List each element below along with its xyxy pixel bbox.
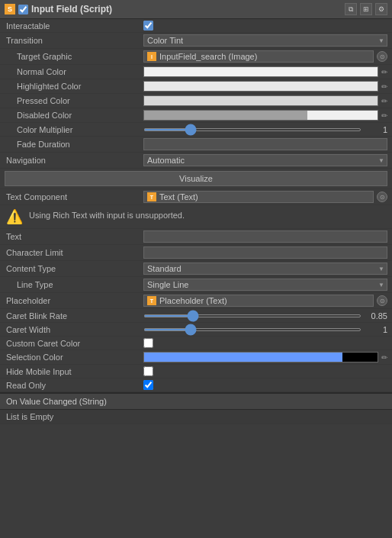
content-type-label: Content Type	[5, 264, 143, 273]
fade-duration-label: Fade Duration	[5, 140, 143, 149]
component-header: S Input Field (Script) ⧉ ⊞ ⚙	[0, 0, 392, 19]
warning-icon: ⚠️	[6, 210, 23, 224]
text-component-icon: T	[147, 192, 156, 201]
read-only-checkbox[interactable]	[143, 380, 153, 390]
transition-row: Transition Color Tint	[0, 33, 392, 49]
content-type-dropdown[interactable]: Standard	[143, 263, 387, 275]
pressed-color-value: ✏	[143, 95, 387, 106]
placeholder-icon: T	[147, 296, 156, 305]
caret-blink-rate-number: 0.85	[365, 311, 387, 321]
transition-value: Color Tint	[143, 34, 387, 47]
gear-icon-btn[interactable]: ⚙	[375, 3, 387, 15]
component-panel: S Input Field (Script) ⧉ ⊞ ⚙ Interactabl…	[0, 0, 392, 424]
placeholder-field[interactable]: T Placeholder (Text)	[143, 295, 374, 307]
navigation-dropdown[interactable]: Automatic	[143, 154, 387, 166]
script-icon: S	[5, 4, 15, 14]
target-graphic-icon: I	[147, 52, 156, 61]
custom-caret-color-checkbox[interactable]	[143, 338, 153, 348]
transition-dropdown-wrapper[interactable]: Color Tint	[143, 34, 387, 47]
caret-width-value: 1	[143, 325, 387, 334]
caret-blink-rate-slider-wrapper: 0.85	[143, 311, 387, 321]
hide-mobile-input-checkbox[interactable]	[143, 366, 153, 376]
character-limit-label: Character Limit	[5, 248, 143, 257]
transition-label: Transition	[5, 36, 143, 45]
normal-color-label: Normal Color	[5, 67, 143, 76]
normal-color-bar[interactable]	[143, 66, 378, 77]
character-limit-value: 0	[143, 246, 387, 259]
custom-caret-color-row: Custom Caret Color	[0, 337, 392, 350]
caret-width-row: Caret Width 1	[0, 323, 392, 337]
highlighted-color-value: ✏	[143, 81, 387, 92]
text-input[interactable]	[143, 230, 387, 243]
pressed-color-edit-icon[interactable]: ✏	[381, 97, 387, 105]
content-type-dropdown-wrapper[interactable]: Standard	[143, 263, 387, 275]
disabled-color-edit-icon[interactable]: ✏	[381, 111, 387, 120]
navigation-dropdown-wrapper[interactable]: Automatic	[143, 154, 387, 166]
layout-icon-btn[interactable]: ⊞	[360, 3, 372, 15]
character-limit-input[interactable]: 0	[143, 246, 387, 259]
caret-width-label: Caret Width	[5, 325, 143, 334]
target-graphic-row: Target Graphic I InputField_search (Imag…	[0, 49, 392, 65]
character-limit-row: Character Limit 0	[0, 245, 392, 261]
highlighted-color-edit-icon[interactable]: ✏	[381, 82, 387, 91]
target-graphic-label: Target Graphic	[5, 52, 143, 61]
line-type-label: Line Type	[5, 280, 143, 289]
visualize-row: Visualize	[0, 169, 392, 189]
interactable-checkbox[interactable]	[143, 21, 153, 31]
visualize-button[interactable]: Visualize	[5, 171, 387, 186]
caret-blink-rate-row: Caret Blink Rate 0.85	[0, 309, 392, 323]
hide-mobile-input-label: Hide Mobile Input	[5, 367, 143, 376]
selection-color-row: Selection Color ✏	[0, 350, 392, 365]
text-label: Text	[5, 232, 143, 241]
highlighted-color-row: Highlighted Color ✏	[0, 79, 392, 94]
enabled-checkbox[interactable]	[18, 5, 28, 14]
placeholder-settings[interactable]: ⊙	[377, 295, 387, 306]
interactable-value	[143, 21, 387, 31]
target-graphic-field[interactable]: I InputField_search (Image)	[143, 50, 374, 63]
fade-duration-value: 0.1	[143, 138, 387, 150]
text-component-field[interactable]: T Text (Text)	[143, 191, 374, 203]
warning-text: Using Rich Text with input is unsupporte…	[29, 210, 185, 221]
fade-duration-input[interactable]: 0.1	[143, 138, 387, 150]
interactable-label: Interactable	[5, 21, 143, 31]
target-graphic-settings[interactable]: ⊙	[377, 51, 387, 62]
text-component-settings[interactable]: ⊙	[377, 192, 387, 202]
navigation-row: Navigation Automatic	[0, 153, 392, 169]
line-type-dropdown-wrapper[interactable]: Single Line	[143, 279, 387, 291]
highlighted-color-label: Highlighted Color	[5, 82, 143, 91]
color-multiplier-number: 1	[365, 125, 387, 134]
caret-blink-rate-label: Caret Blink Rate	[5, 311, 143, 321]
pressed-color-row: Pressed Color ✏	[0, 94, 392, 108]
placeholder-row: Placeholder T Placeholder (Text) ⊙	[0, 293, 392, 309]
placeholder-label: Placeholder	[5, 296, 143, 305]
caret-width-slider[interactable]	[143, 328, 361, 331]
caret-width-number: 1	[365, 325, 387, 334]
line-type-dropdown[interactable]: Single Line	[143, 279, 387, 291]
color-multiplier-slider[interactable]	[143, 128, 361, 131]
selection-color-edit-icon[interactable]: ✏	[381, 353, 387, 362]
color-multiplier-slider-wrapper: 1	[143, 125, 387, 134]
hide-mobile-input-row: Hide Mobile Input	[0, 365, 392, 379]
selection-color-bar[interactable]	[143, 352, 378, 362]
text-value	[143, 230, 387, 243]
pressed-color-bar[interactable]	[143, 95, 378, 106]
disabled-color-value: ✏	[143, 110, 387, 121]
text-component-value: T Text (Text) ⊙	[143, 191, 387, 203]
transition-dropdown[interactable]: Color Tint	[143, 34, 387, 47]
read-only-label: Read Only	[5, 381, 143, 390]
header-icons: ⧉ ⊞ ⚙	[345, 3, 387, 15]
caret-blink-rate-value: 0.85	[143, 311, 387, 321]
caret-blink-rate-slider[interactable]	[143, 314, 361, 317]
on-value-changed-label: On Value Changed (String)	[6, 397, 107, 406]
disabled-color-bar[interactable]	[143, 110, 378, 121]
copy-icon-btn[interactable]: ⧉	[345, 3, 357, 15]
text-component-row: Text Component T Text (Text) ⊙	[0, 189, 392, 205]
normal-color-edit-icon[interactable]: ✏	[381, 68, 387, 76]
line-type-value: Single Line	[143, 279, 387, 291]
highlighted-color-bar[interactable]	[143, 81, 378, 92]
text-row: Text	[0, 229, 392, 245]
text-component-text: Text (Text)	[159, 192, 198, 201]
events-section: On Value Changed (String) List is Empty	[0, 392, 392, 424]
events-header: On Value Changed (String)	[0, 394, 392, 410]
normal-color-row: Normal Color ✏	[0, 65, 392, 79]
